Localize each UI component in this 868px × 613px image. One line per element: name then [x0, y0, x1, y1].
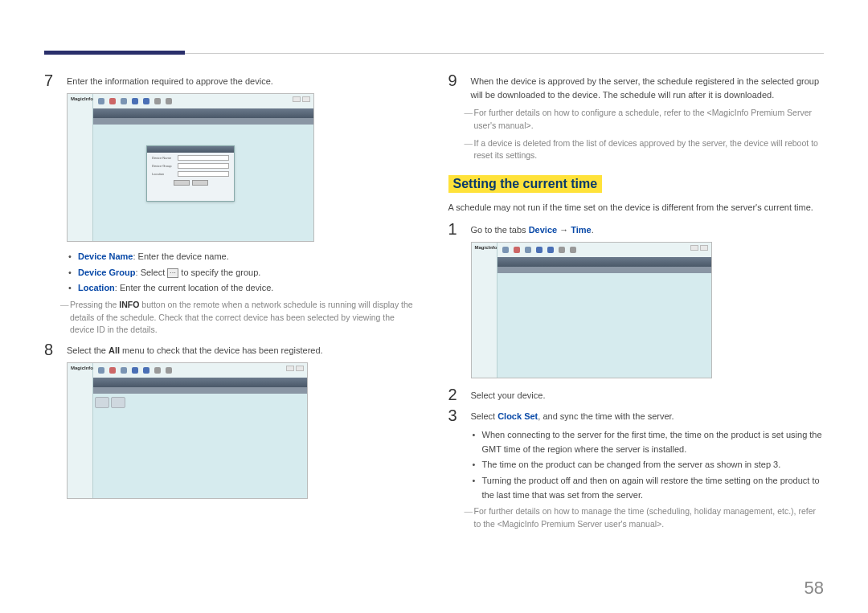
ss-topnav: [93, 94, 313, 108]
ss-sidebar: [472, 243, 497, 378]
nav-icon: [143, 367, 149, 374]
badge: [286, 366, 294, 371]
step-text: Go to the tabs Device → Time.: [471, 221, 825, 237]
nav-icon: [98, 367, 104, 374]
ss-content: [497, 273, 711, 378]
clock-set-link: Clock Set: [497, 411, 538, 421]
ss-toolbar: [93, 108, 313, 118]
ellipsis-icon: ⋯: [167, 268, 178, 278]
ss-right-badges: [690, 245, 708, 251]
dialog-field: [178, 171, 229, 177]
step7-note: Pressing the INFO button on the remote w…: [60, 299, 420, 337]
badge: [296, 366, 304, 371]
nav-icon: [132, 367, 138, 374]
step-number: 8: [44, 341, 59, 358]
ss-logo: MagicInfo: [475, 245, 497, 250]
ss-toolbar: [93, 378, 307, 387]
badge: [690, 245, 698, 251]
dialog-buttons: [147, 180, 234, 186]
ss-topnav: [93, 363, 307, 378]
approve-dialog: Device Name Device Group Location: [146, 145, 235, 202]
t: Select: [471, 411, 498, 421]
bullet: Device Name: Enter the device name.: [68, 250, 420, 264]
nav-icon: [143, 98, 149, 104]
step-text: Select Clock Set, and sync the time with…: [471, 407, 825, 423]
step-number: 7: [44, 72, 59, 88]
ss-right-badges: [293, 96, 310, 102]
step-number: 3: [448, 407, 463, 423]
t: .: [592, 225, 594, 235]
arrow-icon: →: [559, 225, 568, 235]
nav-icon: [559, 247, 565, 253]
dialog-label: Device Name: [152, 156, 176, 160]
device-chip: [111, 397, 125, 408]
ss-content: [93, 394, 307, 498]
bullet-key: Device Group: [78, 268, 136, 277]
nav-icon: [166, 367, 172, 374]
t: menu to check that the device has been r…: [120, 345, 323, 355]
right-column: 9 When the device is approved by the ser…: [448, 72, 825, 536]
dialog-field: [178, 163, 229, 169]
nav-icon: [166, 98, 172, 104]
bullet: Turning the product off and then on agai…: [473, 474, 825, 502]
step-7: 7 Enter the information required to appr…: [44, 72, 420, 88]
badge: [302, 96, 310, 102]
bullet-key: Device Name: [78, 251, 133, 261]
header-accent: [44, 51, 185, 55]
step-text: Select the All menu to check that the de…: [67, 341, 420, 358]
step-3: 3 Select Clock Set, and sync the time wi…: [448, 407, 825, 423]
step-number: 9: [448, 72, 463, 102]
nav-icon: [514, 247, 520, 253]
dialog-field: [178, 155, 229, 161]
dialog-row: Device Group: [152, 163, 229, 169]
nav-icon: [570, 247, 576, 253]
step7-bullets: Device Name: Enter the device name. Devi…: [68, 250, 420, 296]
step-text: Select your device.: [471, 386, 825, 403]
ss-subbar: [93, 387, 307, 394]
step-number: 1: [448, 221, 463, 237]
section-intro: A schedule may not run if the time set o…: [448, 201, 825, 215]
t: Select the: [67, 345, 108, 355]
step-text: When the device is approved by the serve…: [471, 72, 825, 102]
device-chip: [95, 397, 109, 408]
dialog-label: Location: [152, 172, 176, 176]
nav-icon: [109, 367, 116, 374]
nav-icon: [132, 98, 138, 104]
left-column: 7 Enter the information required to appr…: [44, 72, 420, 536]
nav-icon: [502, 247, 509, 253]
end-note: For further details on how to manage the…: [465, 505, 825, 531]
t: Go to the tabs: [471, 225, 529, 235]
device-thumbs: [95, 397, 125, 408]
dialog-row: Device Name: [152, 155, 229, 161]
nav-icon: [98, 98, 104, 104]
info-bold: INFO: [119, 300, 139, 309]
bullet-rest: : Enter the device name.: [133, 251, 229, 261]
page-number: 58: [805, 578, 824, 599]
step-8: 8 Select the All menu to check that the …: [44, 341, 420, 358]
step3-bullets: When connecting to the server for the fi…: [473, 428, 825, 502]
step9-note-1: For further details on how to configure …: [465, 107, 825, 133]
all-bold: All: [108, 345, 120, 355]
dialog-label: Device Group: [152, 164, 176, 168]
step-text: Enter the information required to approv…: [67, 72, 420, 88]
nav-icon: [154, 367, 161, 374]
ss-logo: MagicInfo: [71, 366, 93, 370]
dialog-titlebar: [147, 146, 234, 153]
bullet: Device Group: Select ⋯ to specify the gr…: [68, 266, 420, 280]
screenshot-all-menu: MagicInfo: [67, 362, 308, 499]
step-9: 9 When the device is approved by the ser…: [448, 72, 825, 102]
ss-right-badges: [286, 366, 304, 371]
bullet-rest: : Enter the current location of the devi…: [115, 283, 274, 292]
ss-topnav: [497, 243, 711, 257]
step-2: 2 Select your device.: [448, 386, 825, 403]
section-heading: Setting the current time: [448, 175, 603, 193]
nav-icon: [109, 98, 116, 104]
t: , and sync the time with the server.: [538, 411, 674, 421]
ss-logo: MagicInfo: [71, 96, 93, 101]
bullet-rest-b: to specify the group.: [178, 268, 260, 277]
nav-icon: [154, 98, 161, 104]
bullet: Location: Enter the current location of …: [68, 281, 420, 296]
ss-subbar: [93, 118, 313, 125]
step-1: 1 Go to the tabs Device → Time.: [448, 221, 825, 237]
device-link: Device: [529, 225, 557, 235]
